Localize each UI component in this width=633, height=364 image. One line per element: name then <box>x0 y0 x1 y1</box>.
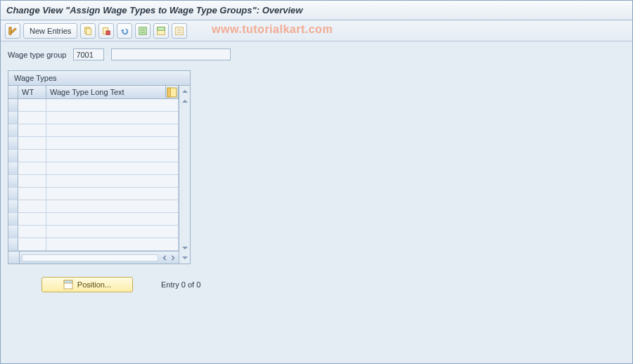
svg-rect-1 <box>87 28 91 34</box>
select-all-button[interactable] <box>135 23 151 39</box>
page-title: Change View "Assign Wage Types to Wage T… <box>6 5 302 15</box>
hscroll-left[interactable] <box>160 254 169 262</box>
toolbar: New Entries www.tutorialkart.com <box>1 20 632 41</box>
cell-longtext[interactable] <box>46 213 179 225</box>
cell-longtext[interactable] <box>46 175 179 187</box>
row-selector[interactable] <box>8 200 18 212</box>
horizontal-scrollbar[interactable] <box>8 251 179 264</box>
table-row[interactable] <box>8 99 179 112</box>
svg-rect-3 <box>106 31 110 34</box>
wage-type-group-input[interactable] <box>73 48 104 60</box>
svg-rect-9 <box>167 88 170 97</box>
row-selector[interactable] <box>8 162 18 174</box>
table-row[interactable] <box>8 188 179 200</box>
watermark: www.tutorialkart.com <box>212 23 333 36</box>
cell-wt[interactable] <box>18 175 46 187</box>
vscroll-up[interactable] <box>181 87 189 96</box>
wage-type-group-label: Wage type group <box>8 51 66 59</box>
table-row[interactable] <box>8 226 179 238</box>
cell-wt[interactable] <box>18 188 46 200</box>
cell-wt[interactable] <box>18 162 46 174</box>
select-block-button[interactable] <box>153 23 169 39</box>
row-selector[interactable] <box>8 137 18 149</box>
col-selector[interactable] <box>8 86 18 98</box>
cell-wt[interactable] <box>18 112 46 124</box>
cell-wt[interactable] <box>18 226 46 238</box>
new-entries-button[interactable]: New Entries <box>23 23 77 39</box>
cell-wt[interactable] <box>18 137 46 149</box>
table-row[interactable] <box>8 150 179 162</box>
vertical-scrollbar[interactable] <box>179 86 190 264</box>
table-row[interactable] <box>8 213 179 226</box>
row-selector[interactable] <box>8 150 18 162</box>
vscroll-down[interactable] <box>181 254 189 262</box>
table-row[interactable] <box>8 200 179 213</box>
row-selector[interactable] <box>8 112 18 124</box>
row-selector[interactable] <box>8 188 18 200</box>
cell-longtext[interactable] <box>46 99 179 111</box>
table-row[interactable] <box>8 137 179 150</box>
row-selector[interactable] <box>8 175 18 187</box>
row-selector[interactable] <box>8 213 18 225</box>
cell-wt[interactable] <box>18 99 46 111</box>
position-button[interactable]: Position... <box>41 277 133 292</box>
grid-header: WT Wage Type Long Text <box>8 86 179 99</box>
position-label: Position... <box>77 280 111 289</box>
table-row[interactable] <box>8 238 179 251</box>
deselect-all-button[interactable] <box>172 23 187 39</box>
cell-wt[interactable] <box>18 213 46 225</box>
hscroll-right[interactable] <box>169 254 177 262</box>
cell-longtext[interactable] <box>46 200 179 212</box>
row-selector[interactable] <box>8 238 18 250</box>
delete-button[interactable] <box>98 23 114 39</box>
row-selector[interactable] <box>8 124 18 136</box>
grid-body <box>8 99 179 251</box>
cell-wt[interactable] <box>18 150 46 162</box>
hscroll-track[interactable] <box>22 254 158 261</box>
cell-longtext[interactable] <box>46 137 179 149</box>
new-entries-label: New Entries <box>30 27 71 35</box>
col-wt[interactable]: WT <box>18 86 46 98</box>
cell-longtext[interactable] <box>46 238 179 250</box>
table-settings-button[interactable] <box>166 86 179 98</box>
footer-row: Position... Entry 0 of 0 <box>8 277 625 292</box>
table-row[interactable] <box>8 175 179 188</box>
wage-types-panel-title: Wage Types <box>8 71 190 86</box>
vscroll-up2[interactable] <box>181 97 189 105</box>
table-row[interactable] <box>8 112 179 124</box>
cell-longtext[interactable] <box>46 150 179 162</box>
undo-button[interactable] <box>117 23 132 39</box>
wage-types-panel: Wage Types WT Wage Type Long Text <box>8 70 191 264</box>
toggle-view-button[interactable] <box>5 23 20 39</box>
table-row[interactable] <box>8 124 179 137</box>
cell-longtext[interactable] <box>46 112 179 124</box>
row-selector[interactable] <box>8 226 18 238</box>
svg-rect-11 <box>64 280 72 283</box>
wage-types-grid: WT Wage Type Long Text <box>8 86 179 264</box>
cell-longtext[interactable] <box>46 124 179 136</box>
wage-type-group-desc-input[interactable] <box>111 48 231 60</box>
table-row[interactable] <box>8 162 179 175</box>
col-longtext[interactable]: Wage Type Long Text <box>46 86 166 98</box>
wage-type-group-row: Wage type group <box>8 48 625 60</box>
cell-wt[interactable] <box>18 238 46 250</box>
copy-as-button[interactable] <box>80 23 96 39</box>
title-bar: Change View "Assign Wage Types to Wage T… <box>1 1 632 20</box>
svg-rect-6 <box>158 27 165 30</box>
vscroll-down2[interactable] <box>181 244 189 252</box>
cell-longtext[interactable] <box>46 188 179 200</box>
main-area: Wage type group Wage Types WT Wage Type … <box>1 41 632 363</box>
cell-wt[interactable] <box>18 124 46 136</box>
row-selector[interactable] <box>8 99 18 111</box>
cell-longtext[interactable] <box>46 162 179 174</box>
cell-longtext[interactable] <box>46 226 179 238</box>
cell-wt[interactable] <box>18 200 46 212</box>
entry-counter: Entry 0 of 0 <box>161 280 200 289</box>
